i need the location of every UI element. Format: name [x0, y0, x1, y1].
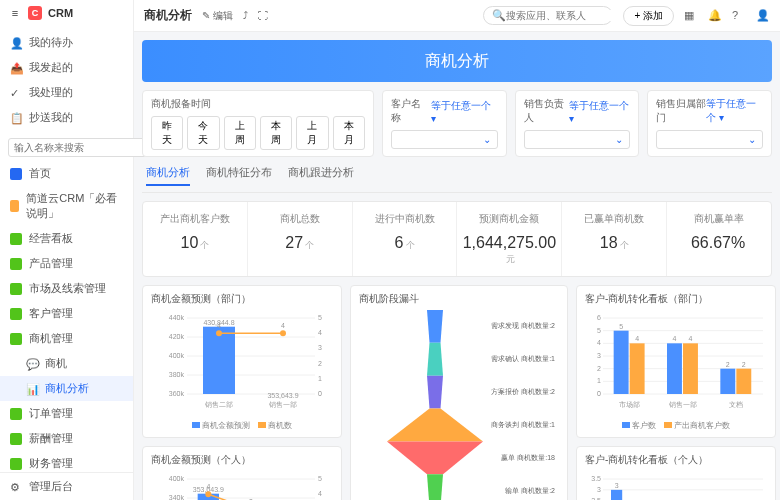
app-icon: C	[28, 6, 42, 20]
svg-text:4: 4	[673, 335, 677, 342]
svg-text:4: 4	[206, 483, 210, 490]
chart-dept-conversion: 客户-商机转化看板（部门） 0123456市场部54销售一部44文档22 客户数…	[576, 285, 776, 438]
my-item-0[interactable]: 👤我的待办	[0, 30, 133, 55]
nav-icon	[10, 233, 22, 245]
time-btn-3[interactable]: 本周	[260, 116, 292, 150]
filter-link-1[interactable]: 等于任意一个 ▾	[569, 97, 630, 125]
filter-time: 商机报备时间 昨天今天上周本周上月本月	[142, 90, 374, 157]
nav-icon	[10, 333, 22, 345]
kpi-2: 进行中商机数6个	[353, 202, 458, 276]
svg-text:4: 4	[217, 322, 221, 329]
global-search[interactable]: 🔍	[483, 6, 613, 25]
svg-text:3: 3	[318, 344, 322, 351]
app-name: CRM	[48, 7, 73, 19]
add-button[interactable]: + 添加	[623, 6, 674, 26]
time-btn-2[interactable]: 上周	[224, 116, 256, 150]
nav-8[interactable]: 📊商机分析	[0, 376, 133, 401]
nav-11[interactable]: 财务管理	[0, 451, 133, 472]
svg-rect-91	[667, 343, 682, 394]
svg-text:5: 5	[318, 475, 322, 482]
menu-icon[interactable]: ≡	[8, 6, 22, 20]
admin-label: 管理后台	[29, 479, 73, 494]
tab-0[interactable]: 商机分析	[146, 165, 190, 186]
global-search-input[interactable]	[506, 10, 633, 21]
my-item-1[interactable]: 📤我发起的	[0, 55, 133, 80]
svg-text:400k: 400k	[169, 475, 185, 482]
nav-3[interactable]: 产品管理	[0, 251, 133, 276]
filter-select-1[interactable]: ⌄	[524, 130, 631, 149]
svg-marker-67	[427, 474, 443, 500]
help-icon[interactable]: ?	[732, 9, 746, 23]
my-item-3[interactable]: 📋抄送我的	[0, 105, 133, 130]
svg-text:0: 0	[597, 390, 601, 397]
nav-icon	[10, 308, 22, 320]
svg-text:3.5: 3.5	[591, 475, 601, 482]
svg-text:5: 5	[318, 314, 322, 321]
admin-link[interactable]: ⚙ 管理后台	[0, 472, 133, 500]
svg-text:5: 5	[597, 327, 601, 334]
kpi-0: 产出商机客户数10个	[143, 202, 248, 276]
svg-text:赢单 商机数量:18: 赢单 商机数量:18	[501, 454, 555, 461]
svg-rect-93	[683, 343, 698, 394]
svg-text:420k: 420k	[169, 333, 185, 340]
tab-2[interactable]: 商机跟进分析	[288, 165, 354, 186]
time-btn-1[interactable]: 今天	[187, 116, 219, 150]
svg-text:0: 0	[318, 390, 322, 397]
avatar[interactable]: 👤	[756, 9, 770, 23]
nav-5[interactable]: 客户管理	[0, 301, 133, 326]
filter-link-0[interactable]: 等于任意一个 ▾	[431, 97, 498, 125]
svg-rect-98	[736, 369, 751, 394]
edit-button[interactable]: ✎ 编辑	[202, 9, 233, 23]
nav-icon	[10, 168, 22, 180]
nav-icon	[10, 258, 22, 270]
svg-text:1: 1	[318, 375, 322, 382]
svg-text:2: 2	[726, 361, 730, 368]
fullscreen-icon[interactable]: ⛶	[258, 10, 268, 21]
share-icon[interactable]: ⤴	[243, 10, 248, 21]
nav-9[interactable]: 订单管理	[0, 401, 133, 426]
my-icon: 📋	[10, 112, 22, 124]
filter-select-2[interactable]: ⌄	[656, 130, 763, 149]
svg-text:输单 商机数量:2: 输单 商机数量:2	[505, 487, 555, 494]
kpi-1: 商机总数27个	[248, 202, 353, 276]
nav-10[interactable]: 薪酬管理	[0, 426, 133, 451]
nav-0[interactable]: 首页	[0, 161, 133, 186]
svg-text:353,643.9: 353,643.9	[267, 392, 298, 399]
svg-text:4: 4	[635, 335, 639, 342]
page-title: 商机分析	[144, 7, 192, 24]
svg-text:4: 4	[281, 322, 285, 329]
nav-icon	[10, 283, 22, 295]
my-icon: ✓	[10, 87, 22, 99]
nav-1[interactable]: 简道云CRM「必看说明」	[0, 186, 133, 226]
time-btn-4[interactable]: 上月	[296, 116, 328, 150]
nav-icon	[10, 433, 22, 445]
svg-text:6: 6	[597, 314, 601, 321]
filter-link-2[interactable]: 等于任意一个 ▾	[706, 97, 763, 125]
nav-2[interactable]: 经营看板	[0, 226, 133, 251]
tab-1[interactable]: 商机特征分布	[206, 165, 272, 186]
svg-text:市场部: 市场部	[619, 401, 640, 408]
nav-4[interactable]: 市场及线索管理	[0, 276, 133, 301]
svg-text:5: 5	[619, 323, 623, 330]
svg-text:2: 2	[742, 361, 746, 368]
time-btn-0[interactable]: 昨天	[151, 116, 183, 150]
bell-icon[interactable]: 🔔	[708, 9, 722, 23]
search-icon: 🔍	[492, 9, 506, 22]
nav-7[interactable]: 💬商机	[0, 351, 133, 376]
nav-6[interactable]: 商机管理	[0, 326, 133, 351]
my-item-2[interactable]: ✓我处理的	[0, 80, 133, 105]
nav-icon: 📊	[26, 383, 38, 395]
svg-text:4: 4	[318, 490, 322, 497]
svg-marker-61	[427, 376, 443, 409]
svg-marker-63	[387, 409, 483, 442]
chart-person-conversion: 客户-商机转化看板（个人） 00.511.522.533.5卢璐波32刘玉信21…	[576, 446, 776, 500]
time-btn-5[interactable]: 本月	[333, 116, 365, 150]
svg-text:销售一部: 销售一部	[268, 401, 297, 408]
nav-icon	[10, 200, 19, 212]
svg-marker-57	[427, 310, 443, 343]
kpi-3: 预测商机金额1,644,275.00元	[457, 202, 562, 276]
apps-icon[interactable]: ▦	[684, 9, 698, 23]
svg-marker-65	[387, 441, 483, 474]
filter-select-0[interactable]: ⌄	[391, 130, 498, 149]
sidebar-search-input[interactable]	[8, 138, 147, 157]
